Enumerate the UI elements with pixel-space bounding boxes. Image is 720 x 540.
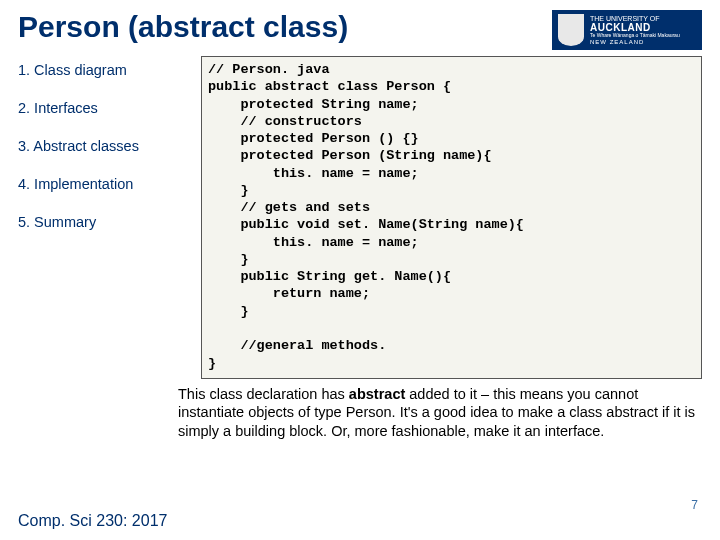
- outline-item: 3. Abstract classes: [18, 138, 193, 154]
- logo-text: THE UNIVERSITY OF AUCKLAND Te Whare Wāna…: [590, 15, 680, 46]
- outline-sidebar: 1. Class diagram 2. Interfaces 3. Abstra…: [18, 56, 193, 379]
- footer-text: Comp. Sci 230: 2017: [18, 512, 167, 530]
- outline-item: 2. Interfaces: [18, 100, 193, 116]
- code-block: // Person. java public abstract class Pe…: [201, 56, 702, 379]
- page-number: 7: [691, 498, 698, 512]
- crest-icon: [558, 14, 584, 46]
- university-logo: THE UNIVERSITY OF AUCKLAND Te Whare Wāna…: [552, 10, 702, 50]
- outline-item: 5. Summary: [18, 214, 193, 230]
- slide-title: Person (abstract class): [18, 10, 348, 44]
- outline-item: 4. Implementation: [18, 176, 193, 192]
- outline-item: 1. Class diagram: [18, 62, 193, 78]
- slide-description: This class declaration has abstract adde…: [160, 379, 720, 441]
